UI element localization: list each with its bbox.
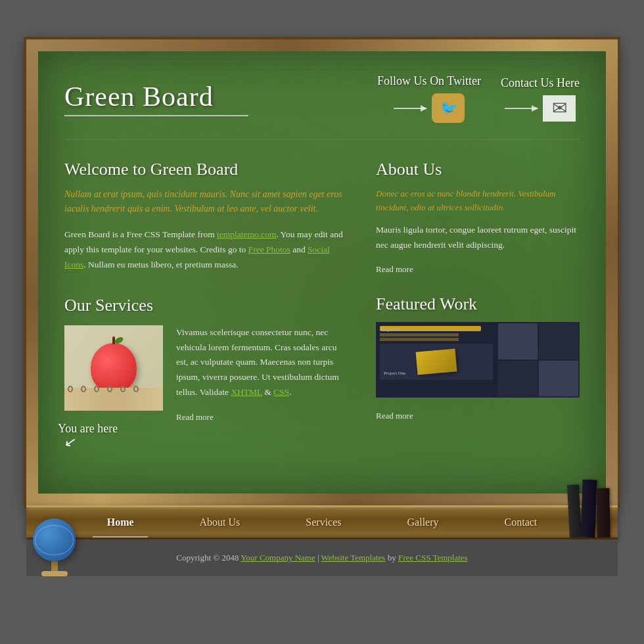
left-column: Welcome to Green Board Nullam at erat ip…: [64, 160, 350, 441]
ring: [81, 386, 86, 392]
logo-underline: [64, 115, 248, 116]
welcome-body: Green Board is a Free CSS Template from …: [64, 227, 350, 273]
ring: [133, 386, 139, 392]
featured-left-panel: Magazine Project One: [376, 322, 497, 398]
free-css-link[interactable]: Free CSS Templates: [398, 553, 468, 563]
twitter-arrow: 🐦: [394, 93, 465, 123]
main-content: Welcome to Green Board Nullam at erat ip…: [64, 160, 580, 441]
services-image: [64, 325, 163, 411]
footer-copyright: Copyright © 2048: [176, 553, 241, 563]
footer-by: by: [385, 553, 398, 563]
right-column: About Us Donec ac eros ac nunc blandit h…: [376, 160, 580, 441]
welcome-title: Welcome to Green Board: [64, 160, 350, 179]
company-name-link[interactable]: Your Company Name: [241, 553, 315, 563]
globe-base: [41, 571, 68, 576]
globe-stand: [51, 561, 58, 571]
footer: Copyright © 2048 Your Company Name | Web…: [26, 540, 618, 576]
notebook-rings: [68, 386, 139, 392]
featured-image: Magazine Project One: [376, 322, 580, 398]
services-title: Our Services: [64, 296, 350, 315]
navbar: Home About Us Services Gallery Contact: [26, 505, 618, 540]
services-period: .: [289, 387, 291, 397]
nav-about[interactable]: About Us: [167, 507, 273, 538]
nav-gallery[interactable]: Gallery: [375, 507, 472, 538]
welcome-text-4: . Nullam eu metus libero, et pretium mas…: [83, 260, 238, 269]
book-icon: [580, 480, 597, 538]
featured-grid-item: [539, 361, 578, 397]
ring: [120, 386, 126, 392]
logo: Green Board: [64, 81, 248, 116]
welcome-section: Welcome to Green Board Nullam at erat ip…: [64, 160, 350, 273]
about-title: About Us: [376, 160, 580, 179]
css-link[interactable]: CSS: [273, 387, 289, 397]
you-are-here: You are here ↙: [58, 422, 118, 454]
arrow-icon: [505, 108, 538, 109]
about-section: About Us Donec ac eros ac nunc blandit h…: [376, 160, 580, 275]
apple-image: [64, 325, 163, 411]
nav-contact[interactable]: Contact: [472, 507, 570, 538]
featured-grid-item: [539, 323, 578, 359]
header-right: Follow Us On Twitter 🐦 Contact Us Here: [377, 74, 580, 123]
welcome-text-1: Green Board is a Free CSS Template from: [64, 229, 217, 239]
featured-bar-sm: [380, 338, 459, 341]
services-amp: &: [262, 387, 273, 397]
free-photos-link[interactable]: Free Photos: [248, 244, 290, 254]
welcome-intro: Nullam at erat ipsum, quis tincidunt mau…: [64, 187, 350, 217]
about-read-more[interactable]: Read more: [376, 264, 413, 275]
featured-card-gold: [415, 349, 457, 375]
featured-grid-item: [498, 361, 538, 397]
contact-label: Contact Us Here: [501, 76, 580, 90]
nav-home[interactable]: Home: [74, 507, 167, 538]
featured-grid-item: [498, 323, 538, 359]
featured-bar-sm: [380, 333, 459, 336]
ring: [107, 386, 112, 392]
logo-title: Green Board: [64, 81, 248, 112]
services-section: Our Services: [64, 296, 350, 423]
ring: [68, 386, 73, 392]
contact-arrow: [505, 95, 576, 122]
notebook-base: [64, 388, 163, 411]
book-icon: [567, 485, 582, 538]
contact-link[interactable]: Contact Us Here: [501, 76, 580, 122]
you-are-here-arrow-icon: ↙: [63, 433, 118, 459]
twitter-link[interactable]: Follow Us On Twitter 🐦: [377, 74, 481, 123]
chalkboard: Green Board Follow Us On Twitter 🐦 Conta…: [26, 39, 618, 505]
footer-separator: |: [315, 553, 321, 563]
website-templates-link[interactable]: Website Templates: [321, 553, 386, 563]
twitter-icon: 🐦: [432, 93, 465, 123]
services-content: Vivamus scelerisque consectetur nunc, ne…: [64, 325, 350, 423]
welcome-text-3: and: [290, 244, 308, 254]
book-icon: [596, 488, 610, 538]
xhtml-link[interactable]: XHTML: [231, 387, 262, 397]
globe-icon: [33, 518, 76, 561]
featured-read-more[interactable]: Read more: [376, 411, 413, 421]
apple-leaf: [114, 336, 124, 345]
ring: [94, 386, 99, 392]
services-text: Vivamus scelerisque consectetur nunc, ne…: [176, 325, 350, 423]
about-intro: Donec ac eros ac nunc blandit hendrerit.…: [376, 187, 580, 215]
books-decoration: [565, 478, 611, 538]
services-read-more[interactable]: Read more: [176, 412, 214, 423]
twitter-label: Follow Us On Twitter: [377, 74, 481, 88]
nav-services[interactable]: Services: [273, 507, 374, 538]
project-label: Project One: [384, 371, 405, 376]
services-body: Vivamus scelerisque consectetur nunc, ne…: [176, 325, 350, 401]
magazine-label: Magazine: [380, 326, 401, 332]
featured-right-panel: [497, 322, 580, 398]
header: Green Board Follow Us On Twitter 🐦 Conta…: [64, 64, 580, 140]
templatemo-link[interactable]: templatemo.com: [217, 229, 276, 239]
mail-icon: [543, 95, 576, 122]
featured-title: Featured Work: [376, 294, 580, 314]
arrow-icon: [394, 108, 426, 109]
about-body: Mauris ligula tortor, congue laoreet rut…: [376, 223, 580, 253]
featured-inner: Magazine Project One: [376, 322, 580, 398]
featured-section: Featured Work Magazine Project One: [376, 294, 580, 421]
featured-card: Project One: [380, 344, 493, 380]
globe-decoration: [33, 518, 76, 576]
